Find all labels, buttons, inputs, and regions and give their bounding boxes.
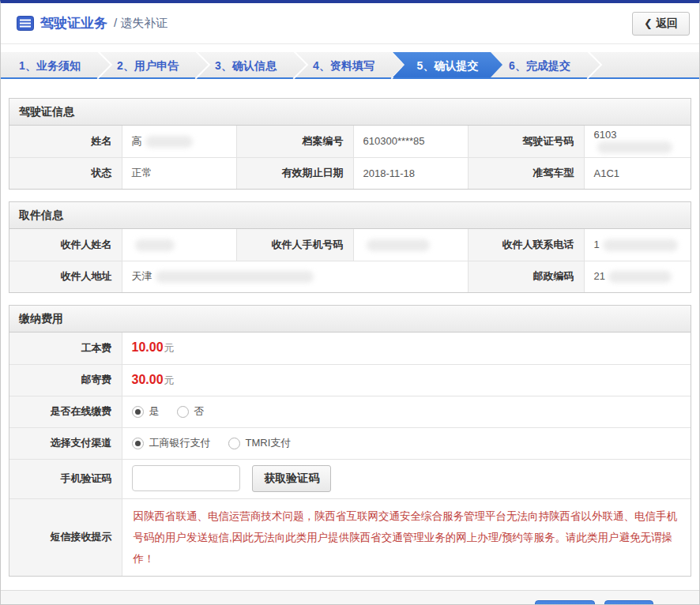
step-label: 5、确认提交 xyxy=(417,59,479,72)
redaction-blur xyxy=(597,141,672,153)
get-captcha-button[interactable]: 获取验证码 xyxy=(252,465,331,492)
vehicle-class-label: 准驾车型 xyxy=(468,157,584,189)
recipient-phone-label: 收件人联系电话 xyxy=(468,229,584,261)
license-no-value-text: 6103 xyxy=(594,129,617,141)
redaction-blur xyxy=(145,136,193,148)
pickup-info-section: 取件信息 收件人姓名 收件人手机号码 收件人联系电话 1 收件人地址 天津 邮政… xyxy=(9,201,691,293)
captcha-input[interactable] xyxy=(132,465,240,491)
sms-note-text: 因陕西省联通、电信运营商技术问题，陕西省互联网交通安全综合服务管理平台无法向持陕… xyxy=(134,510,678,565)
step-1-business-notice: 1、业务须知 xyxy=(1,52,99,77)
step-4-fill-data: 4、资料填写 xyxy=(295,52,393,77)
breadcrumb: 驾驶证业务 / 遗失补证 xyxy=(17,14,167,32)
radio-unchecked-icon[interactable] xyxy=(177,406,189,418)
redaction-blur xyxy=(156,271,314,283)
fee-amount: 10.00 xyxy=(132,340,164,354)
pickup-info-table: 收件人姓名 收件人手机号码 收件人联系电话 1 收件人地址 天津 邮政编码 21 xyxy=(9,229,691,292)
page-title: 驾驶证业务 xyxy=(40,14,107,32)
page-header: 驾驶证业务 / 遗失补证 ❮ 返回 xyxy=(1,3,699,44)
page-container: 驾驶证业务 / 遗失补证 ❮ 返回 1、业务须知 2、用户申告 3、确认信息 4… xyxy=(0,0,700,605)
license-service-icon xyxy=(17,16,34,31)
step-label: 4、资料填写 xyxy=(313,59,374,72)
expiry-value: 2018-11-18 xyxy=(353,157,468,189)
postal-code-value: 21 xyxy=(584,261,691,292)
file-no-value: 610300****85 xyxy=(353,126,468,157)
table-row: 工本费 10.00元 xyxy=(9,333,691,364)
breadcrumb-current: / 遗失补证 xyxy=(114,16,167,31)
step-label: 1、业务须知 xyxy=(19,59,81,72)
table-row: 邮寄费 30.00元 xyxy=(9,364,691,396)
channel-tmri-option[interactable]: TMRI支付 xyxy=(228,436,292,450)
back-button[interactable]: ❮ 返回 xyxy=(632,12,690,36)
redaction-blur xyxy=(608,271,672,283)
pay-channel-options: 工商银行支付 TMRI支付 xyxy=(122,427,691,459)
name-value-text: 高 xyxy=(132,135,142,147)
radio-checked-icon[interactable] xyxy=(132,406,144,418)
recipient-name-label: 收件人姓名 xyxy=(9,229,122,261)
stepbar-filler xyxy=(589,52,699,77)
back-button-label: 返回 xyxy=(656,17,678,31)
step-5-confirm-submit-active: 5、确认提交 xyxy=(393,52,502,77)
table-row: 短信接收提示 因陕西省联通、电信运营商技术问题，陕西省互联网交通安全综合服务管理… xyxy=(9,498,691,576)
table-row: 收件人地址 天津 邮政编码 21 xyxy=(9,261,691,292)
table-row: 状态 正常 有效期止日期 2018-11-18 准驾车型 A1C1 xyxy=(9,157,691,189)
name-value: 高 xyxy=(122,126,236,157)
postal-code-label: 邮政编码 xyxy=(468,261,584,292)
license-info-table: 姓名 高 档案编号 610300****85 驾驶证号码 6103 状态 正常 … xyxy=(9,126,691,189)
radio-checked-icon[interactable] xyxy=(132,438,144,449)
recipient-name-value xyxy=(122,229,236,261)
pickup-info-title: 取件信息 xyxy=(9,202,691,229)
online-pay-yes-option[interactable]: 是 xyxy=(132,404,160,419)
postage-label: 邮寄费 xyxy=(9,364,122,396)
fee-value: 10.00元 xyxy=(122,333,691,364)
back-chevron-icon: ❮ xyxy=(644,17,653,29)
file-no-label: 档案编号 xyxy=(236,126,353,157)
step-2-user-declaration: 2、用户申告 xyxy=(99,52,197,77)
table-row: 手机验证码 获取验证码 xyxy=(9,459,691,498)
license-no-value: 6103 xyxy=(584,126,691,157)
fee-label: 工本费 xyxy=(9,333,122,364)
radio-unchecked-icon[interactable] xyxy=(228,438,240,449)
previous-step-button[interactable]: 上一步 xyxy=(535,600,595,605)
postage-unit: 元 xyxy=(164,374,175,386)
recipient-phone-text: 1 xyxy=(594,239,600,250)
table-row: 姓名 高 档案编号 610300****85 驾驶证号码 6103 xyxy=(9,126,691,157)
fee-unit: 元 xyxy=(164,342,175,354)
redaction-blur xyxy=(603,239,678,251)
channel-icbc-label: 工商银行支付 xyxy=(149,436,211,450)
postal-code-text: 21 xyxy=(594,270,605,282)
step-3-confirm-info: 3、确认信息 xyxy=(197,52,295,77)
payment-section: 缴纳费用 工本费 10.00元 邮寄费 30.00元 是否在线缴费 xyxy=(9,305,691,577)
recipient-phone-value: 1 xyxy=(584,229,691,261)
footer-action-bar: 上一步 完成 xyxy=(1,590,699,605)
online-pay-no-option[interactable]: 否 xyxy=(177,404,205,419)
recipient-mobile-label: 收件人手机号码 xyxy=(236,229,353,261)
step-6-finish-submit: 6、完成提交 xyxy=(491,52,589,77)
step-label: 2、用户申告 xyxy=(117,59,179,72)
pay-channel-label: 选择支付渠道 xyxy=(9,427,122,459)
step-label: 6、完成提交 xyxy=(509,59,570,72)
status-label: 状态 xyxy=(9,157,122,189)
recipient-address-value: 天津 xyxy=(122,261,468,292)
online-pay-yes-label: 是 xyxy=(149,404,160,419)
expiry-label: 有效期止日期 xyxy=(236,157,353,189)
step-label: 3、确认信息 xyxy=(215,59,277,72)
postage-amount: 30.00 xyxy=(132,373,164,386)
redaction-blur xyxy=(135,239,175,251)
captcha-label: 手机验证码 xyxy=(9,459,122,498)
redaction-blur xyxy=(367,239,430,251)
step-progress-bar: 1、业务须知 2、用户申告 3、确认信息 4、资料填写 5、确认提交 6、完成提… xyxy=(1,52,699,79)
table-row: 是否在线缴费 是 否 xyxy=(9,396,691,427)
finish-button[interactable]: 完成 xyxy=(604,600,653,605)
sms-note-cell: 因陕西省联通、电信运营商技术问题，陕西省互联网交通安全综合服务管理平台无法向持陕… xyxy=(122,498,691,576)
recipient-address-label: 收件人地址 xyxy=(9,261,122,292)
name-label: 姓名 xyxy=(9,126,122,157)
postage-value: 30.00元 xyxy=(122,364,691,396)
channel-tmri-label: TMRI支付 xyxy=(246,436,292,450)
recipient-address-text: 天津 xyxy=(132,270,152,282)
status-value: 正常 xyxy=(122,157,236,189)
license-no-label: 驾驶证号码 xyxy=(468,126,584,157)
sms-note-label: 短信接收提示 xyxy=(9,498,122,576)
license-info-section: 驾驶证信息 姓名 高 档案编号 610300****85 驾驶证号码 6103 … xyxy=(9,98,691,190)
payment-title: 缴纳费用 xyxy=(9,306,691,333)
channel-icbc-option[interactable]: 工商银行支付 xyxy=(132,436,211,450)
